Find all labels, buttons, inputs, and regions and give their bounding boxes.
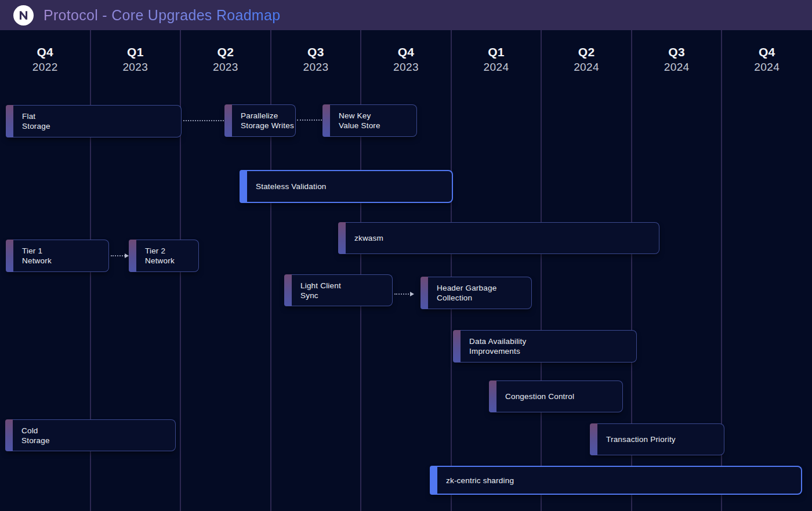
- task-label-line: Tier 2: [145, 246, 195, 256]
- column-header-q3-2024: Q32024: [632, 45, 722, 74]
- task-label-line: Flat: [22, 111, 177, 121]
- task-bar-cold-storage[interactable]: ColdStorage: [5, 419, 176, 451]
- quarter-label: Q1: [451, 45, 542, 59]
- year-label: 2023: [180, 61, 271, 74]
- column-header-q1-2023: Q12023: [90, 45, 181, 74]
- year-label: 2023: [90, 61, 181, 74]
- task-label-line: Storage Writes: [241, 121, 292, 131]
- task-label-line: Network: [145, 256, 195, 266]
- task-accent-bar: [6, 240, 13, 272]
- quarter-label: Q4: [722, 45, 812, 59]
- task-label-line: Value Store: [339, 121, 413, 131]
- column-divider: [451, 30, 452, 511]
- timeline-canvas: Q42022Q12023Q22023Q32023Q42023Q12024Q220…: [0, 30, 812, 511]
- year-label: 2023: [271, 61, 361, 74]
- quarter-label: Q3: [632, 45, 722, 59]
- task-accent-bar: [284, 274, 292, 306]
- quarter-label: Q2: [180, 45, 271, 59]
- task-accent-bar: [453, 330, 461, 363]
- column-header-q3-2023: Q32023: [271, 45, 361, 74]
- task-label-line: Cold: [21, 426, 172, 436]
- task-label: Header GarbageCollection: [428, 277, 532, 309]
- task-label: FlatStorage: [13, 105, 182, 137]
- dependency-connector-parallelize-storage-writes-to-new-key-value-store: [297, 119, 322, 121]
- task-label: Stateless Validation: [247, 170, 453, 203]
- year-label: 2024: [722, 61, 812, 74]
- task-label: Transaction Priority: [597, 423, 724, 455]
- task-accent-bar: [338, 222, 346, 254]
- column-header-q1-2024: Q12024: [451, 45, 542, 74]
- task-accent-bar: [420, 277, 428, 309]
- task-label: Tier 2Network: [136, 240, 199, 272]
- task-bar-zkwasm[interactable]: zkwasm: [338, 222, 659, 254]
- task-label: ColdStorage: [13, 419, 176, 451]
- year-label: 2024: [632, 61, 722, 74]
- task-label: Congestion Control: [496, 380, 623, 412]
- column-divider: [360, 30, 361, 511]
- task-label-line: Transaction Priority: [606, 434, 720, 444]
- task-label-line: Stateless Validation: [256, 182, 448, 191]
- task-accent-bar: [224, 104, 232, 137]
- task-bar-header-garbage-collection[interactable]: Header GarbageCollection: [420, 277, 532, 309]
- task-label: New KeyValue Store: [330, 104, 417, 137]
- year-label: 2023: [361, 61, 451, 74]
- quarter-label: Q2: [541, 45, 632, 59]
- task-bar-transaction-priority[interactable]: Transaction Priority: [590, 423, 724, 455]
- task-label-line: Improvements: [469, 346, 633, 356]
- task-bar-tier-2-network[interactable]: Tier 2Network: [129, 240, 199, 272]
- task-bar-light-client-sync[interactable]: Light ClientSync: [284, 274, 393, 306]
- task-bar-data-availability-improvements[interactable]: Data AvailabilityImprovements: [453, 330, 637, 363]
- task-accent-bar: [430, 466, 437, 495]
- app-header: Protocol - Core Upgrades Roadmap: [0, 0, 812, 30]
- quarter-label: Q3: [271, 45, 361, 59]
- task-bar-tier-1-network[interactable]: Tier 1Network: [6, 240, 109, 272]
- task-bar-stateless-validation[interactable]: Stateless Validation: [240, 170, 453, 203]
- dependency-connector-tier-1-network-to-tier-2-network: [111, 255, 128, 256]
- column-header-q2-2024: Q22024: [541, 45, 632, 74]
- task-accent-bar: [489, 380, 496, 412]
- year-label: 2022: [0, 61, 90, 74]
- task-label-line: Network: [22, 256, 105, 266]
- column-header-q2-2023: Q22023: [180, 45, 271, 74]
- task-accent-bar: [5, 419, 13, 451]
- near-logo-icon: [13, 5, 34, 26]
- near-logo-glyph: [17, 9, 30, 21]
- year-label: 2024: [451, 61, 542, 74]
- task-bar-zk-centric-sharding[interactable]: zk-centric sharding: [430, 466, 802, 495]
- roadmap-page: Protocol - Core Upgrades Roadmap Q42022Q…: [0, 0, 812, 511]
- task-label-line: zkwasm: [354, 233, 655, 243]
- dependency-connector-light-client-sync-to-header-garbage-collection: [394, 293, 413, 295]
- task-bar-parallelize-storage-writes[interactable]: ParallelizeStorage Writes: [224, 104, 296, 137]
- quarter-label: Q4: [361, 45, 451, 59]
- column-divider: [541, 30, 542, 511]
- column-header-q4-2023: Q42023: [361, 45, 451, 74]
- task-accent-bar: [322, 104, 330, 137]
- task-label-line: Storage: [21, 436, 172, 445]
- task-bar-flat-storage[interactable]: FlatStorage: [6, 105, 182, 137]
- task-accent-bar: [6, 105, 13, 137]
- task-label: zk-centric sharding: [437, 466, 802, 495]
- task-label: Light ClientSync: [292, 274, 393, 306]
- year-label: 2024: [541, 61, 632, 74]
- task-label-line: Collection: [437, 293, 528, 303]
- task-label: Tier 1Network: [13, 240, 109, 272]
- column-header-q4-2024: Q42024: [722, 45, 812, 74]
- task-label-line: Storage: [22, 121, 177, 131]
- task-accent-bar: [240, 170, 247, 203]
- task-label-line: Parallelize: [241, 111, 292, 121]
- task-bar-new-key-value-store[interactable]: New KeyValue Store: [322, 104, 417, 137]
- task-accent-bar: [590, 423, 597, 455]
- task-label: zkwasm: [346, 222, 659, 254]
- column-header-q4-2022: Q42022: [0, 45, 90, 74]
- task-label-line: Tier 1: [22, 246, 105, 256]
- task-bar-congestion-control[interactable]: Congestion Control: [489, 380, 623, 412]
- task-label-line: Sync: [300, 291, 389, 300]
- task-label-line: Congestion Control: [505, 392, 619, 401]
- task-label-line: zk-centric sharding: [446, 476, 798, 485]
- task-label-line: Data Availability: [469, 336, 633, 346]
- dependency-connector-flat-storage-to-parallelize-storage-writes: [183, 120, 224, 121]
- page-title: Protocol - Core Upgrades Roadmap: [44, 7, 280, 24]
- task-label: Data AvailabilityImprovements: [461, 330, 637, 363]
- task-label-line: Header Garbage: [437, 283, 528, 293]
- column-divider: [270, 30, 271, 511]
